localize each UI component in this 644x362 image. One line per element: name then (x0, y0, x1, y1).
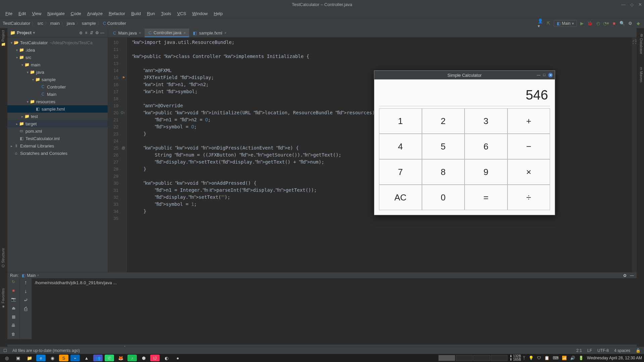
clipboard-icon[interactable]: 📋 (544, 356, 549, 360)
crumb-src[interactable]: src (37, 21, 43, 26)
menu-analyze[interactable]: Analyze (85, 10, 105, 17)
tree-item-external-libraries[interactable]: ▸⫴External Libraries (7, 142, 108, 149)
calc-key-op[interactable]: ÷ (507, 185, 550, 210)
tree-item-main[interactable]: ▾📁main (7, 61, 108, 68)
file-encoding[interactable]: UTF-8 (597, 348, 609, 353)
edge-icon[interactable]: e (36, 355, 46, 361)
vlc-icon[interactable]: ▲ (82, 355, 91, 361)
project-tool-tab[interactable]: 📁 Project (1, 30, 5, 47)
vscode-icon[interactable]: ⌁ (70, 355, 80, 361)
scroll-icon[interactable]: ⎙ (24, 306, 28, 312)
run-settings-icon[interactable]: ✿ (623, 273, 627, 278)
spotify-icon[interactable]: ♪ (127, 355, 137, 361)
calc-key-8[interactable]: 8 (422, 159, 465, 185)
line-ending[interactable]: LF (587, 348, 592, 353)
tree-item-test[interactable]: ▸📁test (7, 113, 108, 120)
tree-item-testcalculator[interactable]: ▾📂TestCalculator~/IdeaProjects/TestCa (7, 39, 108, 46)
wifi-icon[interactable]: 📶 (562, 356, 567, 360)
workspace-2[interactable] (456, 355, 473, 361)
profile-icon[interactable]: ◔▾ (603, 20, 609, 26)
crumb-controller[interactable]: C Controller (103, 21, 126, 26)
calc-key-4[interactable]: 4 (379, 134, 422, 159)
delete-icon[interactable]: 🗑 (10, 332, 16, 338)
exit-icon[interactable]: ⏏ (10, 306, 16, 312)
calc-key-AC[interactable]: AC (379, 185, 422, 210)
settings-icon[interactable]: ⚙ (627, 20, 633, 26)
calc-key-1[interactable]: 1 (379, 108, 422, 134)
menu-tools[interactable]: Tools (158, 10, 174, 17)
tree-item-target[interactable]: ▸📁target (7, 120, 108, 127)
window-close-icon[interactable]: ✕ (638, 2, 642, 7)
app-icon[interactable]: ◐ (162, 355, 171, 361)
chrome-icon[interactable]: ◉ (48, 355, 57, 361)
calc-key-op[interactable]: + (507, 108, 550, 134)
calc-key-0[interactable]: 0 (422, 185, 465, 210)
maven-tool-tab[interactable]: m Maven (639, 67, 643, 82)
tree-item-resources[interactable]: ▾📁resources (7, 98, 108, 105)
intellij-icon[interactable]: IJ (150, 355, 160, 361)
up-icon[interactable]: ↑ (24, 280, 27, 286)
tree-item-java[interactable]: ▾📁java (7, 68, 108, 76)
shield-icon[interactable]: 🛡 (537, 356, 541, 360)
search-icon[interactable]: 🔍 (619, 20, 625, 26)
pin-icon[interactable]: 🖶 (10, 323, 16, 329)
bulb-icon[interactable]: 💡 (529, 356, 534, 360)
tree-item-sample[interactable]: ▾📁sample (7, 76, 108, 83)
calc-key-2[interactable]: 2 (422, 108, 465, 134)
tree-item-scratches-and-consoles[interactable]: ⌂Scratches and Consoles (7, 149, 108, 157)
caret-position[interactable]: 2:1 (576, 348, 582, 353)
tree-item-pom-xml[interactable]: mpom.xml (7, 127, 108, 135)
structure-tool-tab[interactable]: ⌬ Structure (1, 248, 5, 267)
workspace-3[interactable] (473, 355, 490, 361)
volume-icon[interactable]: 🔊 (570, 356, 575, 360)
gear-icon[interactable]: ⚙ (94, 31, 100, 35)
editor-error-stripe[interactable]: ✓1 ˄ ˅ (632, 38, 637, 272)
git-icon[interactable]: ᛘ (523, 356, 525, 360)
menu-code[interactable]: Code (68, 10, 84, 17)
menu-view[interactable]: View (29, 10, 44, 17)
tree-item--idea[interactable]: ▾📁.idea (7, 46, 108, 54)
menu-vcs[interactable]: VCS (174, 10, 189, 17)
layout-icon[interactable]: ▦ (10, 314, 16, 320)
crumb-main[interactable]: main (50, 21, 60, 26)
indent-setting[interactable]: 4 spaces (614, 348, 630, 353)
calc-key-5[interactable]: 5 (422, 134, 465, 159)
tree-item-sample-fxml[interactable]: ◧sample.fxml (7, 105, 108, 113)
window-maximize-icon[interactable]: ◇ (630, 2, 634, 7)
calc-key-9[interactable]: 9 (465, 159, 507, 185)
menu-refactor[interactable]: Refactor (106, 10, 128, 17)
down-icon[interactable]: ↓ (24, 288, 27, 294)
files-icon[interactable]: 📁 (25, 355, 34, 361)
menu-help[interactable]: Help (211, 10, 225, 17)
menu-build[interactable]: Build (128, 10, 144, 17)
battery-icon[interactable]: 🔋 (579, 356, 584, 360)
calc-key-3[interactable]: 3 (465, 108, 507, 134)
calc-key-op[interactable]: − (507, 134, 550, 159)
menu-window[interactable]: Window (190, 10, 210, 17)
app-menu-icon[interactable]: ◎ (2, 355, 11, 361)
tree-item-main[interactable]: CMain (7, 90, 108, 98)
sublime-icon[interactable]: S (59, 355, 68, 361)
debug-icon[interactable]: 🐞 (587, 20, 593, 26)
locate-icon[interactable]: ⊚ (78, 31, 84, 35)
stop-icon[interactable]: ■ (611, 20, 617, 26)
clock[interactable]: Wednesday April 28, 12:30 AM (587, 356, 642, 360)
crumb-testcalculator[interactable]: TestCalculator (3, 21, 30, 26)
coverage-icon[interactable]: ◴ (595, 20, 601, 26)
keyboard-icon[interactable]: ⌨ (553, 356, 558, 360)
dump-icon[interactable]: 📷 (10, 297, 16, 303)
calc-key-6[interactable]: 6 (465, 134, 507, 159)
box-icon[interactable]: ⬢ (139, 355, 148, 361)
calc-key-op[interactable]: × (507, 159, 550, 185)
workspace-1[interactable] (438, 355, 455, 361)
whatsapp-icon[interactable]: ✆ (105, 355, 114, 361)
firefox-icon[interactable]: 🦊 (116, 355, 125, 361)
collapse-icon[interactable]: ⇵ (89, 31, 94, 35)
tree-item-testcalculator-iml[interactable]: ◧TestCalculator.iml (7, 135, 108, 142)
tree-item-controller[interactable]: CController (7, 83, 108, 90)
add-user-icon[interactable]: 👤▾ (538, 20, 544, 26)
database-tool-tab[interactable]: 🛢 Database (639, 34, 643, 54)
menu-navigate[interactable]: Navigate (45, 10, 67, 17)
run-hide-icon[interactable]: — (630, 273, 634, 278)
tab-main-java[interactable]: CMain.java× (109, 28, 145, 37)
